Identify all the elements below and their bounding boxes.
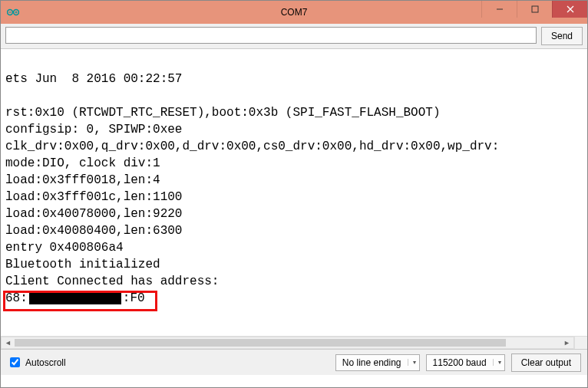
output-line: Client Connected has address: xyxy=(5,275,219,288)
scroll-left-icon[interactable]: ◄ xyxy=(2,337,15,348)
horizontal-scrollbar[interactable]: ◄ ► xyxy=(1,337,574,349)
scroll-thumb[interactable] xyxy=(15,339,506,347)
output-line: load:0x3fff001c,len:1100 xyxy=(5,190,182,204)
redacted-block xyxy=(29,292,121,304)
chevron-down-icon: ▾ xyxy=(408,359,416,366)
serial-input[interactable] xyxy=(5,27,537,44)
addr-prefix: 68: xyxy=(5,291,28,305)
window-controls xyxy=(481,1,587,18)
line-ending-select[interactable]: No line ending ▾ xyxy=(335,354,420,371)
output-line: mode:DIO, clock div:1 xyxy=(5,156,160,170)
line-ending-value: No line ending xyxy=(342,357,401,368)
output-line: load:0x40078000,len:9220 xyxy=(5,207,182,221)
autoscroll-label: Autoscroll xyxy=(25,357,66,368)
scroll-right-icon[interactable]: ► xyxy=(560,337,573,348)
output-line: configsip: 0, SPIWP:0xee xyxy=(5,123,182,136)
baud-value: 115200 baud xyxy=(433,357,487,368)
scroll-corner xyxy=(574,337,587,349)
chevron-down-icon: ▾ xyxy=(493,359,501,366)
clear-output-button[interactable]: Clear output xyxy=(511,353,581,372)
output-line: Bluetooth initialized xyxy=(5,258,160,271)
output-line: 68::F0 xyxy=(5,291,145,305)
autoscroll-checkbox[interactable]: Autoscroll xyxy=(7,355,66,370)
input-row: Send xyxy=(1,24,587,49)
terminal-output: ets Jun 8 2016 00:22:57 rst:0x10 (RTCWDT… xyxy=(1,49,587,336)
scrollbar-row: ◄ ► xyxy=(1,336,587,349)
output-line: load:0x40080400,len:6300 xyxy=(5,224,182,238)
title-bar: COM7 xyxy=(1,1,587,24)
output-line: rst:0x10 (RTCWDT_RTC_RESET),boot:0x3b (S… xyxy=(5,106,441,120)
send-button[interactable]: Send xyxy=(541,27,583,45)
close-button[interactable] xyxy=(552,1,587,18)
minimize-button[interactable] xyxy=(481,1,517,18)
svg-rect-6 xyxy=(532,6,538,12)
output-line: ets Jun 8 2016 00:22:57 xyxy=(5,72,182,86)
maximize-button[interactable] xyxy=(517,1,552,18)
output-line: entry 0x400806a4 xyxy=(5,241,124,255)
arduino-icon xyxy=(7,6,19,18)
output-line: clk_drv:0x00,q_drv:0x00,d_drv:0x00,cs0_d… xyxy=(5,140,499,153)
bottom-bar: Autoscroll No line ending ▾ 115200 baud … xyxy=(1,349,587,375)
addr-suffix: :F0 xyxy=(123,291,145,305)
autoscroll-input[interactable] xyxy=(10,357,20,367)
output-line: load:0x3fff0018,len:4 xyxy=(5,173,160,187)
baud-select[interactable]: 115200 baud ▾ xyxy=(426,354,505,371)
